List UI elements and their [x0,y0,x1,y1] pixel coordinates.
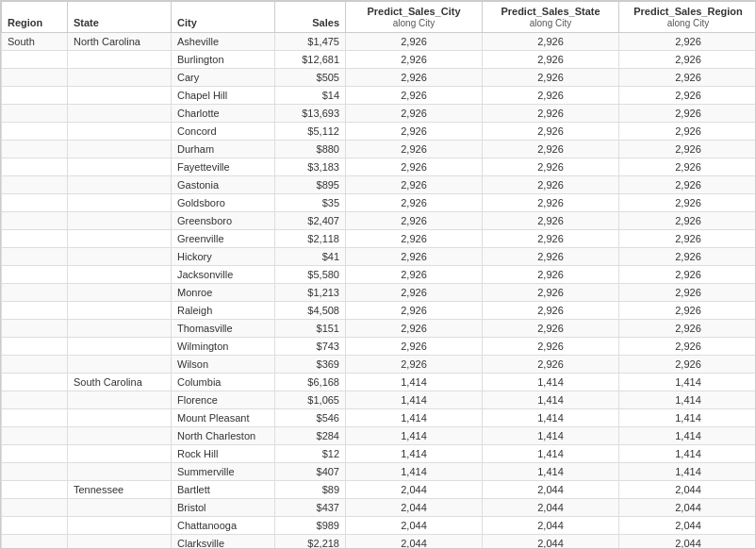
table-row: Hickory$412,9262,9262,926 [2,248,757,266]
header-pred-region: Predict_Sales_Region along City [619,2,757,33]
table-row: Concord$5,1122,9262,9262,926 [2,123,757,141]
table-row: Thomasville$1512,9262,9262,926 [2,320,757,338]
table-row: Greensboro$2,4072,9262,9262,926 [2,212,757,230]
header-pred-state: Predict_Sales_State along City [483,2,619,33]
table-row: Wilmington$7432,9262,9262,926 [2,338,757,356]
header-city: City [172,2,275,33]
table-container[interactable]: Region State City Sales Predict_Sales_Ci… [0,0,756,549]
table-row: Burlington$12,6812,9262,9262,926 [2,51,757,69]
table-row: Rock Hill$121,4141,4141,414 [2,445,757,463]
table-row: Durham$8802,9262,9262,926 [2,141,757,158]
table-row: South CarolinaColumbia$6,1681,4141,4141,… [2,374,757,391]
table-row: SouthNorth CarolinaAsheville$1,4752,9262… [2,33,757,51]
table-row: TennesseeBartlett$892,0442,0442,044 [2,481,757,499]
table-row: Goldsboro$352,9262,9262,926 [2,194,757,212]
header-state: State [68,2,172,33]
table-row: Monroe$1,2132,9262,9262,926 [2,284,757,302]
table-row: Gastonia$8952,9262,9262,926 [2,176,757,194]
table-row: Chattanooga$9892,0442,0442,044 [2,517,757,535]
table-row: Wilson$3692,9262,9262,926 [2,356,757,374]
table-row: Bristol$4372,0442,0442,044 [2,499,757,517]
table-row: Summerville$4071,4141,4141,414 [2,463,757,481]
header-sales: Sales [275,2,346,33]
table-row: Florence$1,0651,4141,4141,414 [2,391,757,409]
table-row: North Charleston$2841,4141,4141,414 [2,427,757,445]
table-row: Cary$5052,9262,9262,926 [2,69,757,87]
table-row: Raleigh$4,5082,9262,9262,926 [2,302,757,320]
table-row: Mount Pleasant$5461,4141,4141,414 [2,409,757,427]
table-row: Clarksville$2,2182,0442,0442,044 [2,535,757,550]
table-row: Fayetteville$3,1832,9262,9262,926 [2,158,757,176]
table-row: Charlotte$13,6932,9262,9262,926 [2,105,757,123]
table-row: Greenville$2,1182,9262,9262,926 [2,230,757,248]
header-pred-city: Predict_Sales_City along City [346,2,483,33]
table-row: Jacksonville$5,5802,9262,9262,926 [2,266,757,284]
header-region: Region [2,2,68,33]
table-row: Chapel Hill$142,9262,9262,926 [2,87,757,105]
